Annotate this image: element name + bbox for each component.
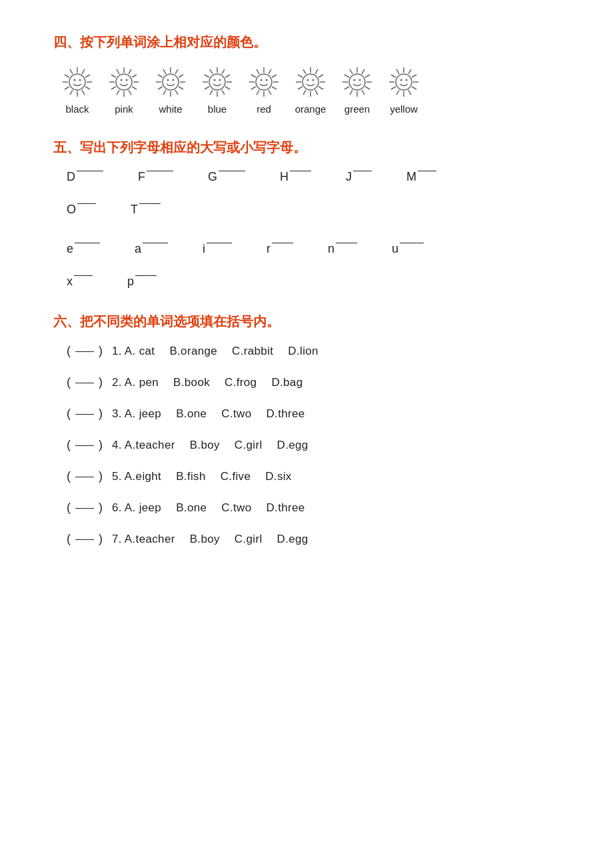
letter-blank[interactable] bbox=[290, 170, 311, 171]
letter-blank[interactable] bbox=[418, 170, 436, 171]
svg-point-102 bbox=[349, 74, 365, 90]
svg-line-23 bbox=[117, 69, 119, 74]
letter-item-p: p bbox=[127, 275, 158, 289]
svg-point-118 bbox=[400, 79, 402, 81]
mc-option: B.fish bbox=[176, 470, 206, 483]
svg-line-62 bbox=[269, 90, 271, 95]
mc-number: 7. bbox=[112, 533, 122, 545]
svg-line-11 bbox=[85, 75, 90, 77]
svg-point-43 bbox=[167, 79, 169, 81]
mc-number: 2. bbox=[112, 376, 122, 389]
svg-line-17 bbox=[129, 90, 131, 95]
letter-char: F bbox=[138, 170, 145, 184]
letter-item-H: H bbox=[280, 170, 312, 184]
svg-line-32 bbox=[175, 90, 178, 95]
svg-point-104 bbox=[359, 79, 361, 81]
svg-line-76 bbox=[318, 87, 323, 89]
mc-item-2: ( )2.A. penB.bookC.frogD.bag bbox=[67, 375, 560, 389]
color-label-yellow: yellow bbox=[390, 103, 418, 115]
svg-line-67 bbox=[251, 75, 256, 77]
mc-content: 6.A. jeepB.oneC.twoD.three bbox=[112, 501, 320, 515]
mc-content: 2.A. penB.bookC.frogD.bag bbox=[112, 376, 317, 389]
svg-line-83 bbox=[303, 69, 306, 74]
letter-blank[interactable] bbox=[77, 203, 96, 204]
letter-blank[interactable] bbox=[400, 242, 424, 243]
color-item-white: white bbox=[153, 65, 188, 115]
letter-char: u bbox=[392, 242, 398, 256]
mc-option: C.rabbit bbox=[232, 345, 273, 357]
svg-point-14 bbox=[79, 79, 81, 81]
letter-blank[interactable] bbox=[74, 275, 93, 276]
color-items-row: blackpinkwhiteblueredorangegreenyellow bbox=[60, 65, 560, 115]
svg-line-4 bbox=[70, 90, 73, 95]
svg-point-89 bbox=[312, 79, 314, 81]
letter-item-G: G bbox=[208, 170, 247, 184]
svg-line-37 bbox=[158, 75, 163, 77]
mc-content: 5.A.eightB.fishC.fiveD.six bbox=[112, 470, 306, 483]
color-item-blue: blue bbox=[200, 65, 235, 115]
letter-blank[interactable] bbox=[139, 203, 161, 204]
letter-item-n: n bbox=[328, 242, 358, 256]
letter-row: O T bbox=[67, 203, 560, 217]
mc-option: B.orange bbox=[169, 345, 217, 357]
svg-line-55 bbox=[222, 69, 225, 74]
letter-item-F: F bbox=[138, 170, 175, 184]
svg-line-34 bbox=[163, 90, 166, 95]
svg-line-101 bbox=[365, 75, 370, 77]
svg-line-68 bbox=[257, 69, 259, 74]
color-label-red: red bbox=[257, 103, 271, 115]
mc-number: 1. bbox=[112, 345, 122, 357]
color-item-pink: pink bbox=[107, 65, 141, 115]
svg-line-52 bbox=[205, 75, 209, 77]
letter-blank[interactable] bbox=[75, 242, 100, 243]
section-6-title: 六、把不同类的单词选项填在括号内。 bbox=[53, 313, 560, 331]
letter-blank[interactable] bbox=[353, 170, 372, 171]
svg-line-106 bbox=[412, 87, 416, 89]
letter-blank[interactable] bbox=[272, 242, 293, 243]
mc-option: D.lion bbox=[288, 345, 318, 357]
svg-line-115 bbox=[408, 69, 411, 74]
mc-option: D.bag bbox=[271, 376, 303, 389]
svg-point-13 bbox=[74, 79, 76, 81]
svg-line-31 bbox=[179, 87, 183, 89]
mc-content: 3.A. jeepB.oneC.twoD.three bbox=[112, 407, 320, 421]
mc-number: 3. bbox=[112, 407, 122, 420]
color-label-pink: pink bbox=[115, 103, 133, 115]
letter-item-M: M bbox=[406, 170, 438, 184]
letter-blank[interactable] bbox=[147, 170, 173, 171]
svg-point-58 bbox=[214, 79, 216, 81]
svg-line-98 bbox=[350, 69, 352, 74]
letter-char: T bbox=[131, 203, 138, 217]
svg-line-82 bbox=[298, 75, 303, 77]
letter-blank[interactable] bbox=[219, 170, 245, 171]
color-label-white: white bbox=[159, 103, 182, 115]
mc-item-3: ( )3.A. jeepB.oneC.twoD.three bbox=[67, 407, 560, 421]
svg-line-20 bbox=[111, 87, 116, 89]
mc-option: C.girl bbox=[235, 439, 263, 451]
letter-blank[interactable] bbox=[336, 242, 357, 243]
section-4: 四、按下列单词涂上相对应的颜色。 blackpinkwhiteblueredor… bbox=[53, 33, 560, 115]
letter-char: i bbox=[203, 242, 205, 256]
svg-line-64 bbox=[257, 90, 259, 95]
letter-blank[interactable] bbox=[135, 275, 157, 276]
letter-blank[interactable] bbox=[143, 242, 168, 243]
svg-point-119 bbox=[406, 79, 408, 81]
letters-section: D F G H J M O T e a i r n u x p bbox=[67, 170, 560, 289]
svg-point-28 bbox=[121, 79, 123, 81]
mc-section: ( )1.A. catB.orangeC.rabbitD.lion( )2.A.… bbox=[67, 344, 560, 546]
letter-blank[interactable] bbox=[77, 170, 103, 171]
letter-blank[interactable] bbox=[207, 242, 232, 243]
color-label-black: black bbox=[65, 103, 89, 115]
svg-line-86 bbox=[318, 75, 323, 77]
svg-line-1 bbox=[85, 87, 90, 89]
letter-item-a: a bbox=[135, 242, 169, 256]
svg-point-72 bbox=[256, 74, 272, 90]
svg-point-27 bbox=[116, 74, 132, 90]
mc-parens: ( ) bbox=[67, 438, 103, 452]
mc-option: B.boy bbox=[190, 533, 220, 545]
svg-line-16 bbox=[132, 87, 137, 89]
mc-option: A. jeep bbox=[125, 501, 161, 514]
svg-line-65 bbox=[251, 87, 256, 89]
color-item-red: red bbox=[247, 65, 281, 115]
mc-option: A.eight bbox=[125, 470, 161, 483]
